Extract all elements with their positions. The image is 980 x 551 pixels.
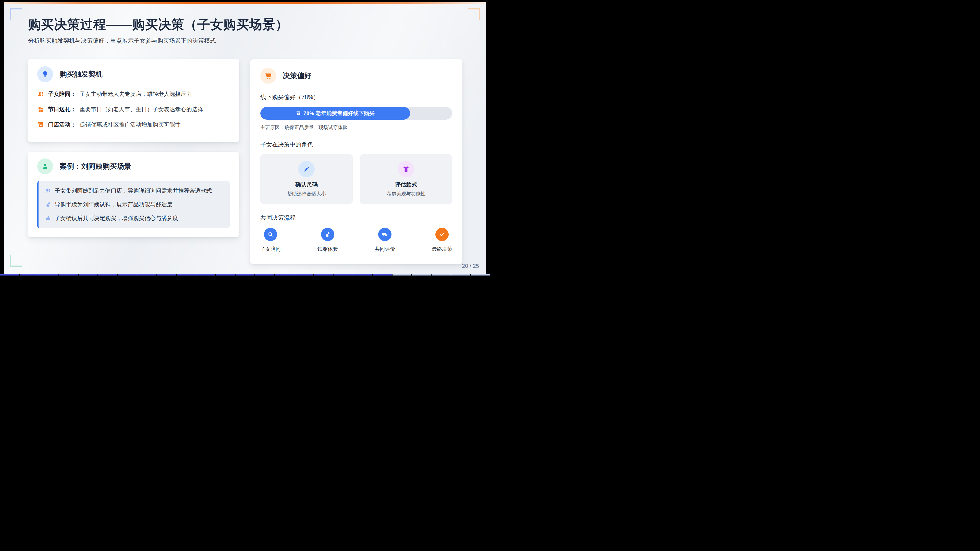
flow-step-label: 共同评价: [375, 246, 395, 252]
quote-item: 子女确认后共同决定购买，增强购买信心与满意度: [45, 214, 223, 222]
progress-segment[interactable]: [216, 274, 235, 275]
store-icon: [37, 121, 45, 128]
shirt-icon: [398, 161, 414, 177]
trigger-item: 门店活动： 促销优惠或社区推广活动增加购买可能性: [37, 121, 230, 129]
progress-segment[interactable]: [334, 274, 353, 275]
preference-card: 决策偏好 线下购买偏好（78%） 78% 老年消费者偏好线下购买 主要原因：确保…: [250, 59, 463, 264]
progress-segment[interactable]: [157, 274, 176, 275]
progress-segment[interactable]: [137, 274, 156, 275]
decision-flow: 子女陪同 试穿体验: [260, 228, 452, 252]
offline-preference-label: 线下购买偏好（78%）: [260, 94, 452, 101]
flow-step: 子女陪同: [260, 228, 281, 252]
slide: 购买决策过程——购买决策（子女购买场景） 分析购买触发契机与决策偏好，重点展示子…: [4, 2, 486, 274]
screen-frame: 购买决策过程——购买决策（子女购买场景） 分析购买触发契机与决策偏好，重点展示子…: [0, 0, 490, 275]
role-card-style: 评估款式 考虑美观与功能性: [360, 154, 452, 204]
case-card-title: 案例：刘阿姨购买场景: [60, 162, 131, 171]
progress-segment[interactable]: [118, 274, 137, 275]
role-title: 确认尺码: [295, 181, 318, 189]
role-desc: 考虑美观与功能性: [387, 191, 425, 197]
cart-icon: [260, 68, 276, 84]
trigger-item-label: 节日送礼：: [48, 106, 76, 113]
comments-icon: [378, 228, 391, 241]
lightbulb-icon: [37, 66, 53, 82]
case-card: 案例：刘阿姨购买场景 子女带刘阿姨到足力健门店，导购详细询问需求并推荐合适款式 …: [27, 152, 239, 237]
trigger-item: 子女陪同： 子女主动带老人去专卖店，减轻老人选择压力: [37, 90, 230, 98]
progress-segment[interactable]: [79, 274, 98, 275]
comment-icon: [45, 202, 51, 208]
progress-segment[interactable]: [353, 274, 372, 275]
progress-segment[interactable]: [412, 274, 431, 275]
progress-segment[interactable]: [39, 274, 59, 275]
quote-item: 导购半跪为刘阿姨试鞋，展示产品功能与舒适度: [45, 201, 223, 208]
case-card-header: 案例：刘阿姨购买场景: [37, 159, 230, 174]
page-subtitle: 分析购买触发契机与决策偏好，重点展示子女参与购买场景下的决策模式: [28, 37, 216, 44]
case-quote-box: 子女带刘阿姨到足力健门店，导购详细询问需求并推荐合适款式 导购半跪为刘阿姨试鞋，…: [37, 181, 230, 228]
offline-progress-fill: 78% 老年消费者偏好线下购买: [260, 107, 410, 120]
flow-step-label: 子女陪同: [260, 246, 281, 252]
check-icon: [435, 228, 449, 241]
search-icon: [264, 228, 277, 241]
roles-cards: 确认尺码 帮助选择合适大小 评估款式 考虑美观与功能性: [260, 154, 452, 204]
role-title: 评估款式: [395, 181, 417, 189]
trigger-item-label: 子女陪同：: [48, 90, 76, 98]
flow-step-label: 试穿体验: [318, 246, 338, 252]
store-icon-small: [296, 111, 301, 116]
progress-segment[interactable]: [0, 274, 19, 275]
corner-bracket-top-left: [10, 8, 22, 21]
trigger-item-text: 重要节日（如老人节、生日）子女表达孝心的选择: [80, 106, 203, 113]
role-desc: 帮助选择合适大小: [287, 191, 326, 197]
trigger-item-label: 门店活动：: [48, 121, 76, 129]
flow-step-label: 最终决策: [432, 246, 452, 252]
progress-segment[interactable]: [255, 274, 274, 275]
flow-section-label: 共同决策流程: [260, 214, 452, 222]
flow-step: 最终决策: [432, 228, 452, 252]
chat-icon: [321, 228, 334, 241]
quote-item: 子女带刘阿姨到足力健门店，导购详细询问需求并推荐合适款式: [45, 187, 223, 195]
roles-section-label: 子女在决策中的角色: [260, 141, 452, 148]
person-icon: [37, 159, 53, 174]
offline-progress-text: 78% 老年消费者偏好线下购买: [304, 110, 375, 117]
progress-segment[interactable]: [314, 274, 333, 275]
quote-text: 子女带刘阿姨到足力健门店，导购详细询问需求并推荐合适款式: [55, 187, 212, 195]
progress-segment[interactable]: [196, 274, 215, 275]
page-title: 购买决策过程——购买决策（子女购买场景）: [28, 16, 288, 33]
quote-icon: [45, 188, 51, 194]
trigger-card-title: 购买触发契机: [60, 69, 103, 79]
corner-bracket-top-right: [468, 8, 480, 21]
offline-progress-caption: 主要原因：确保正品质量、现场试穿体验: [260, 124, 452, 131]
progress-segment[interactable]: [98, 274, 117, 275]
thumbs-up-icon: [45, 215, 51, 221]
offline-progress-track: 78% 老年消费者偏好线下购买: [260, 107, 452, 120]
progress-segment[interactable]: [294, 274, 313, 275]
progress-segment[interactable]: [373, 274, 392, 275]
corner-bracket-bottom-left: [10, 254, 22, 267]
progress-segment[interactable]: [431, 274, 451, 275]
ruler-icon: [298, 161, 315, 177]
progress-segment[interactable]: [177, 274, 196, 275]
progress-segment[interactable]: [275, 274, 294, 275]
progress-segment[interactable]: [59, 274, 78, 275]
progress-segment[interactable]: [20, 274, 39, 275]
trigger-item-text: 促销优惠或社区推广活动增加购买可能性: [80, 121, 181, 129]
progress-segment[interactable]: [393, 274, 412, 275]
flow-step: 试穿体验: [318, 228, 338, 252]
trigger-item: 节日送礼： 重要节日（如老人节、生日）子女表达孝心的选择: [37, 106, 230, 113]
slide-progress-strip: [0, 274, 490, 275]
trigger-card: 购买触发契机 子女陪同： 子女主动带老人去专卖店，减轻老人选择压力: [27, 59, 239, 142]
role-card-size: 确认尺码 帮助选择合适大小: [260, 154, 353, 204]
progress-segment[interactable]: [471, 274, 490, 275]
progress-segment[interactable]: [235, 274, 255, 275]
gift-icon: [37, 106, 45, 113]
preference-card-title: 决策偏好: [283, 71, 311, 81]
quote-text: 子女确认后共同决定购买，增强购买信心与满意度: [55, 214, 178, 222]
users-icon: [37, 91, 45, 98]
flow-step: 共同评价: [375, 228, 395, 252]
page-indicator: 20 / 25: [462, 263, 479, 269]
trigger-card-header: 购买触发契机: [37, 66, 230, 82]
top-accent-bar: [4, 2, 486, 4]
trigger-list: 子女陪同： 子女主动带老人去专卖店，减轻老人选择压力 节日送礼： 重要节日（如老…: [37, 90, 230, 129]
preference-card-header: 决策偏好: [260, 68, 452, 84]
quote-text: 导购半跪为刘阿姨试鞋，展示产品功能与舒适度: [55, 201, 172, 208]
trigger-item-text: 子女主动带老人去专卖店，减轻老人选择压力: [80, 90, 192, 98]
progress-segment[interactable]: [451, 274, 470, 275]
